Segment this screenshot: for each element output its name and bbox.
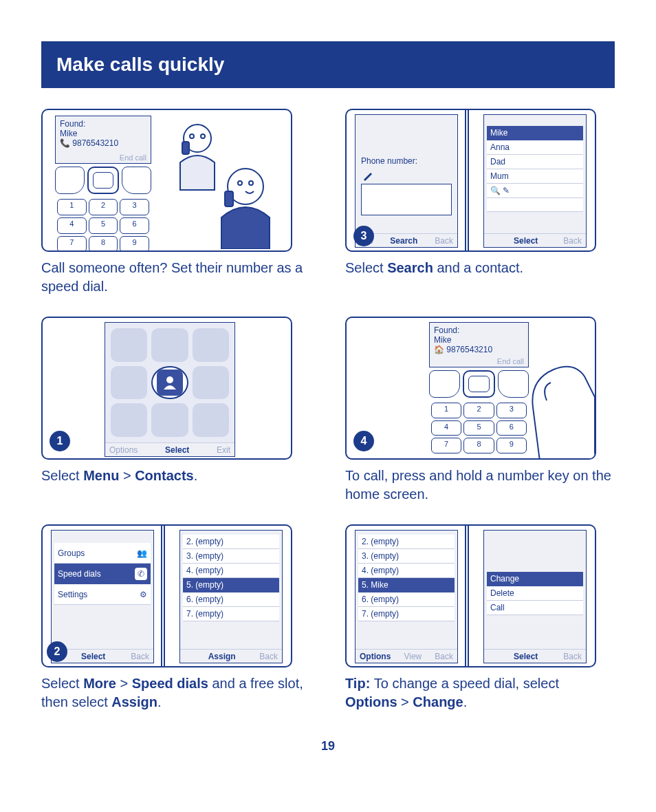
softkey-options: Options: [109, 445, 138, 455]
slot-item: 7. (empty): [183, 607, 279, 621]
softkey-back: Back: [563, 236, 582, 246]
slot-item: 5. (empty): [183, 578, 279, 592]
softkey-search: Search: [390, 236, 417, 246]
svg-rect-3: [182, 142, 189, 154]
contact-item: Anna: [487, 140, 583, 155]
list-item-speed-dials: Speed dials ✆: [54, 564, 151, 584]
step-badge-4: 4: [353, 431, 374, 451]
svg-point-5: [238, 181, 242, 185]
step3-caption: Select Search and a contact.: [345, 259, 615, 277]
key-5: 5: [89, 217, 118, 234]
slot-item: 3. (empty): [358, 549, 455, 564]
speed-dial-icon: ✆: [135, 568, 147, 580]
step1-illustration: 1: [41, 317, 292, 460]
key-2: 2: [89, 199, 118, 215]
contact-item: Mum: [487, 169, 583, 184]
groups-icon: 👥: [137, 548, 147, 558]
step4-illustration: 4 Found: Mike 🏠 9876543210 End call: [345, 317, 596, 460]
people-icon: [156, 114, 287, 249]
step3-illustration: Phone number: ons Search Back 3 Mike Ann…: [345, 109, 596, 252]
intro-caption: Call someone often? Set their number as …: [41, 259, 311, 296]
empty-row: [487, 198, 583, 212]
softkey-assign: Assign: [208, 652, 236, 661]
phone-number-label: Phone number:: [361, 156, 452, 166]
svg-point-6: [249, 181, 253, 185]
step2-caption: Select More > Speed dials and a free slo…: [41, 674, 311, 712]
list-item-settings: Settings ⚙: [54, 584, 151, 605]
menu-item-change: Change: [487, 572, 583, 586]
contact-item: Mike: [487, 126, 583, 140]
slot-item: 4. (empty): [183, 564, 279, 578]
key-4: 4: [57, 217, 87, 234]
found-label: Found:: [434, 325, 524, 335]
pencil-icon: [362, 170, 373, 181]
list-item-groups: Groups 👥: [54, 543, 151, 564]
key-3: 3: [120, 199, 149, 215]
gear-icon: ⚙: [140, 590, 147, 599]
contact-number: 📞 9876543210: [60, 138, 146, 148]
contacts-icon: [157, 370, 183, 396]
end-call-label: End call: [120, 153, 146, 162]
step2-illustration: 2 Groups 👥 Speed dials ✆ Settings ⚙: [41, 524, 292, 667]
contact-name: Mike: [434, 335, 524, 345]
contact-item: Dad: [487, 155, 583, 169]
slot-item: 2. (empty): [358, 535, 455, 549]
slot-item: 7. (empty): [358, 607, 455, 621]
svg-point-1: [190, 134, 194, 138]
hand-icon: [519, 345, 595, 460]
menu-item-delete: Delete: [487, 586, 583, 601]
slot-item: 3. (empty): [183, 549, 279, 564]
softkey-select: Select: [514, 236, 538, 246]
softkey-view: View: [404, 652, 422, 661]
slot-item: 6. (empty): [358, 592, 455, 607]
softkey-options: Options: [360, 652, 391, 661]
softkey-back: Back: [435, 236, 453, 246]
step-badge-3: 3: [353, 226, 374, 246]
contact-name: Mike: [60, 129, 146, 138]
slot-item: 2. (empty): [183, 535, 279, 549]
slot-item: 4. (empty): [358, 564, 455, 578]
tip-caption: Tip: To change a speed dial, select Opti…: [345, 674, 615, 712]
softkey-back: Back: [259, 652, 278, 661]
key-6: 6: [120, 217, 149, 234]
step-badge-1: 1: [50, 431, 70, 451]
softkey-back: Back: [131, 652, 149, 661]
softkey-exit: Exit: [217, 445, 230, 455]
page-number: 19: [41, 739, 615, 754]
key-1: 1: [57, 199, 87, 215]
intro-illustration: Found: Mike 📞 9876543210 End call 1 2: [41, 109, 292, 252]
softkey-select: Select: [165, 445, 189, 455]
step4-caption: To call, press and hold a number key on …: [345, 467, 615, 504]
key-7: 7: [57, 236, 87, 252]
step-badge-2: 2: [47, 641, 67, 662]
softkey-back: Back: [435, 652, 453, 661]
svg-point-2: [201, 134, 205, 138]
step1-caption: Select Menu > Contacts.: [41, 467, 311, 485]
tip-illustration: 2. (empty) 3. (empty) 4. (empty) 5. Mike…: [345, 524, 596, 667]
slot-item: 6. (empty): [183, 592, 279, 607]
svg-point-8: [166, 376, 173, 383]
search-row: 🔍 ✎: [487, 184, 583, 198]
softkey-back: Back: [563, 652, 582, 661]
page-title: Make calls quickly: [41, 41, 615, 88]
key-9: 9: [120, 236, 149, 252]
contact-number: 🏠 9876543210: [434, 345, 524, 354]
slot-item: 5. Mike: [358, 578, 455, 592]
key-8: 8: [89, 236, 118, 252]
softkey-select: Select: [81, 652, 105, 661]
found-label: Found:: [60, 119, 146, 129]
softkey-select: Select: [514, 652, 538, 661]
svg-rect-7: [225, 191, 233, 206]
menu-item-call: Call: [487, 601, 583, 615]
